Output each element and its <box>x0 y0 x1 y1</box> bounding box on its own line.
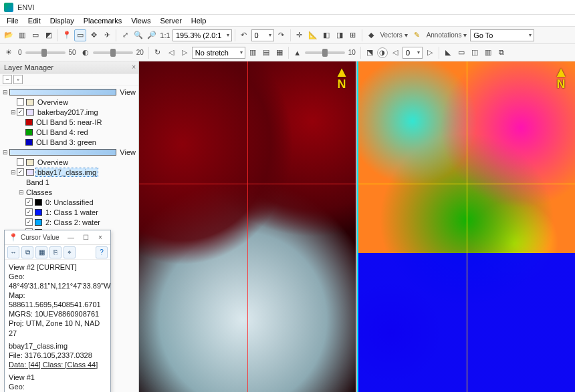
zoom-out-button[interactable]: 🔎 <box>146 29 158 41</box>
menu-file[interactable]: File <box>3 16 23 25</box>
menu-placemarks[interactable]: Placemarks <box>80 16 126 25</box>
tree-label[interactable]: View <box>118 88 137 96</box>
tool-b-button[interactable]: ▭ <box>455 47 467 59</box>
tree-twisty-icon[interactable]: ⊟ <box>1 149 9 156</box>
sharpen-slider[interactable] <box>305 51 345 54</box>
tree-checkbox[interactable] <box>25 218 33 226</box>
tree-row[interactable]: ⊟bakerbay2017.img <box>1 107 137 117</box>
brightness-icon[interactable]: ☀ <box>3 47 15 59</box>
tree-label[interactable]: OLI Band 4: red <box>35 128 90 136</box>
zoom-combo[interactable]: 195.3% (2.0:1 <box>172 29 232 41</box>
tree-label[interactable]: bbay17_class.img <box>36 168 98 176</box>
tree-twisty-icon[interactable]: ⊟ <box>1 89 9 95</box>
data-manager-button[interactable]: ▥ <box>16 29 28 41</box>
select-button[interactable]: ▭ <box>74 29 86 41</box>
tree-label[interactable]: 0: Unclassified <box>44 198 95 206</box>
transparency-prev-button[interactable]: ◁ <box>389 47 401 59</box>
stretch-next-button[interactable]: ▷ <box>179 47 191 59</box>
tree-label[interactable]: 1: Class 1 water <box>44 208 100 216</box>
vectors-icon[interactable]: ◆ <box>365 29 377 41</box>
cv-help-button[interactable]: ? <box>96 246 108 258</box>
tree-label[interactable]: OLI Band 5: near-IR <box>35 118 103 126</box>
chip-button[interactable]: ◩ <box>43 29 55 41</box>
lm-toggle2-button[interactable]: ▫ <box>13 75 23 84</box>
menu-views[interactable]: Views <box>127 16 154 25</box>
rotate-cw-button[interactable]: ↷ <box>275 29 288 41</box>
lm-toggle1-button[interactable]: − <box>3 75 12 84</box>
zoom-1to1-button[interactable]: 1:1 <box>159 29 171 41</box>
tree-label[interactable]: Band 1 <box>25 178 51 186</box>
menu-display[interactable]: Display <box>46 16 78 25</box>
cv-probe-button[interactable]: ▦ <box>35 246 47 258</box>
cv-export-button[interactable]: ⎘ <box>49 246 62 258</box>
tree-row[interactable]: 0: Unclassified <box>1 197 137 207</box>
tree-label[interactable]: bakerbay2017.img <box>36 108 100 116</box>
stretch-tool2-button[interactable]: ▤ <box>260 47 272 59</box>
tree-row[interactable]: Overview <box>1 157 137 167</box>
brightness-slider[interactable] <box>25 51 66 54</box>
tree-row[interactable]: OLI Band 3: green <box>1 137 137 147</box>
fly-button[interactable]: ✈ <box>101 29 113 41</box>
menu-server[interactable]: Server <box>156 16 185 25</box>
tree-row[interactable]: 1: Class 1 water <box>1 207 137 217</box>
tree-row[interactable]: ⊟View <box>1 87 137 97</box>
open-button[interactable]: 📂 <box>3 29 15 41</box>
cursor-value-panel[interactable]: 📍 Cursor Value — ☐ × ↔ ⧉ ▦ ⎘ ⌖ ? View #2… <box>4 230 111 392</box>
crosshair-button[interactable]: ✛ <box>294 29 306 41</box>
display-button[interactable]: ▭ <box>29 29 41 41</box>
cv-link-button[interactable]: ↔ <box>7 246 19 258</box>
view-1[interactable]: ▲N <box>139 61 357 392</box>
contrast-icon[interactable]: ◐ <box>80 47 92 59</box>
layer-manager-close-icon[interactable]: × <box>132 63 136 71</box>
histogram-button[interactable]: ▦ <box>273 47 285 59</box>
tree-label[interactable]: View <box>118 148 137 156</box>
tree-twisty-icon[interactable]: ⊟ <box>9 169 17 176</box>
zoom-fit-button[interactable]: ⤢ <box>119 29 131 41</box>
tree-row[interactable]: ⊟bbay17_class.img <box>1 167 137 177</box>
menu-edit[interactable]: Edit <box>24 16 45 25</box>
annotations-icon[interactable]: ✎ <box>411 29 423 41</box>
vectors-dropdown[interactable]: Vectors ▾ <box>378 31 410 39</box>
tool-c-button[interactable]: ◫ <box>469 47 481 59</box>
tree-checkbox[interactable] <box>17 158 24 166</box>
contrast-slider[interactable] <box>93 51 133 54</box>
roi-button[interactable]: ◧ <box>320 29 332 41</box>
cursor-value-close-icon[interactable]: × <box>94 234 106 241</box>
tree-twisty-icon[interactable]: ⊟ <box>9 109 17 116</box>
stretch-combo[interactable]: No stretch <box>192 47 245 59</box>
tree-checkbox[interactable] <box>25 198 33 206</box>
transparency-next-button[interactable]: ▷ <box>424 47 436 59</box>
measure-button[interactable]: 📐 <box>307 29 319 41</box>
tree-row[interactable]: ⊟View <box>1 147 137 157</box>
text-button[interactable]: ⊞ <box>347 29 359 41</box>
tool-e-button[interactable]: ⧉ <box>495 47 507 59</box>
tree-row[interactable]: OLI Band 4: red <box>1 127 137 137</box>
annotations-dropdown[interactable]: Annotations ▾ <box>425 31 469 39</box>
tool-d-button[interactable]: ▥ <box>482 47 494 59</box>
rotate-ccw-button[interactable]: ↶ <box>238 29 250 41</box>
tree-checkbox[interactable] <box>17 108 24 116</box>
tree-row[interactable]: Overview <box>1 97 137 107</box>
cursor-value-maximize-icon[interactable]: ☐ <box>80 234 92 241</box>
tree-label[interactable]: Overview <box>36 158 70 166</box>
tree-row[interactable]: OLI Band 5: near-IR <box>1 117 137 127</box>
cursor-value-minimize-icon[interactable]: — <box>65 234 77 241</box>
tree-checkbox[interactable] <box>17 168 24 176</box>
sharpen-icon[interactable]: ▲ <box>292 47 304 59</box>
tree-row[interactable]: ⊟Classes <box>1 187 137 197</box>
tree-checkbox[interactable] <box>17 98 24 106</box>
cursor-value-titlebar[interactable]: 📍 Cursor Value — ☐ × <box>5 230 110 245</box>
stretch-prev-button[interactable]: ◁ <box>165 47 177 59</box>
tree-twisty-icon[interactable]: ⊟ <box>17 189 25 196</box>
tree-label[interactable]: 2: Class 2: water <box>44 218 102 226</box>
tree-label[interactable]: Classes <box>25 188 53 196</box>
blend-icon[interactable]: ◑ <box>377 47 388 58</box>
view-2[interactable]: ▲N <box>357 61 575 392</box>
cursor-value-button[interactable]: 📍 <box>61 29 73 41</box>
feature-button[interactable]: ◨ <box>334 29 346 41</box>
goto-combo[interactable]: Go To <box>470 29 534 41</box>
tree-checkbox[interactable] <box>25 208 33 216</box>
portal-button[interactable]: ⬔ <box>364 47 376 59</box>
cv-copy-button[interactable]: ⧉ <box>21 246 33 258</box>
rotation-field[interactable]: 0 <box>251 29 274 41</box>
